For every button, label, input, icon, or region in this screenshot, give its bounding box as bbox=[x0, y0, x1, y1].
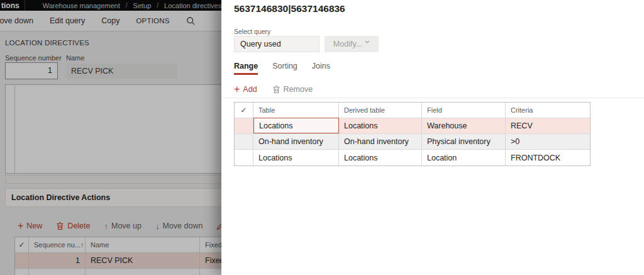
plus-icon: + bbox=[234, 85, 240, 94]
cell-field[interactable]: Warehouse bbox=[422, 118, 506, 133]
range-toolbar: + Add Remove bbox=[234, 83, 313, 96]
cell-field[interactable]: Physical inventory bbox=[422, 134, 506, 149]
select-query-combobox[interactable]: Query used bbox=[234, 36, 319, 52]
cell-table[interactable]: On-hand inventory bbox=[253, 134, 339, 149]
range-grid-header: ✓ Table Derived table Field Criteria bbox=[235, 103, 590, 118]
chevron-down-icon bbox=[365, 40, 370, 43]
row-selector[interactable] bbox=[235, 150, 253, 166]
edit-query-dialog: 5637146830|5637146836 Select query Query… bbox=[221, 0, 644, 275]
cell-table-focused[interactable]: Locations bbox=[253, 118, 339, 133]
table-row[interactable]: On-hand inventory On-hand inventory Phys… bbox=[235, 134, 590, 150]
column-header-derived-table[interactable]: Derived table bbox=[339, 103, 422, 118]
select-all-column[interactable]: ✓ bbox=[235, 103, 253, 118]
select-query-label: Select query bbox=[234, 28, 270, 35]
cell-derived-table[interactable]: Locations bbox=[339, 150, 422, 166]
dialog-title: 5637146830|5637146836 bbox=[234, 3, 345, 14]
column-header-table[interactable]: Table bbox=[253, 103, 339, 118]
cell-derived-table[interactable]: On-hand inventory bbox=[339, 134, 422, 149]
trash-icon bbox=[272, 85, 280, 94]
remove-button[interactable]: Remove bbox=[272, 85, 313, 94]
column-header-criteria[interactable]: Criteria bbox=[506, 103, 590, 118]
table-row[interactable]: Locations Locations Location FRONTDOCK bbox=[235, 150, 590, 166]
column-header-field[interactable]: Field bbox=[422, 103, 506, 118]
row-selector[interactable] bbox=[235, 134, 253, 149]
tab-joins[interactable]: Joins bbox=[312, 62, 330, 75]
cell-criteria[interactable]: >0 bbox=[506, 134, 590, 149]
cell-derived-table[interactable]: Locations bbox=[339, 118, 422, 133]
cell-field[interactable]: Location bbox=[422, 150, 506, 166]
table-row[interactable]: Locations Locations Warehouse RECV bbox=[235, 118, 590, 134]
tab-range[interactable]: Range bbox=[234, 62, 258, 75]
tab-sorting[interactable]: Sorting bbox=[272, 62, 297, 75]
add-button[interactable]: + Add bbox=[234, 85, 257, 94]
cell-table[interactable]: Locations bbox=[253, 150, 339, 166]
cell-criteria[interactable]: RECV bbox=[506, 118, 590, 133]
screen: tions Warehouse management / Setup / Loc… bbox=[0, 0, 644, 275]
row-selector[interactable] bbox=[235, 118, 253, 133]
toolbar-separator bbox=[221, 98, 644, 98]
cell-criteria[interactable]: FRONTDOCK bbox=[506, 150, 590, 166]
modify-button[interactable]: Modify... bbox=[325, 36, 379, 52]
dialog-tabs: Range Sorting Joins bbox=[234, 62, 330, 75]
check-icon: ✓ bbox=[240, 106, 247, 115]
range-grid: ✓ Table Derived table Field Criteria Loc… bbox=[234, 102, 591, 166]
